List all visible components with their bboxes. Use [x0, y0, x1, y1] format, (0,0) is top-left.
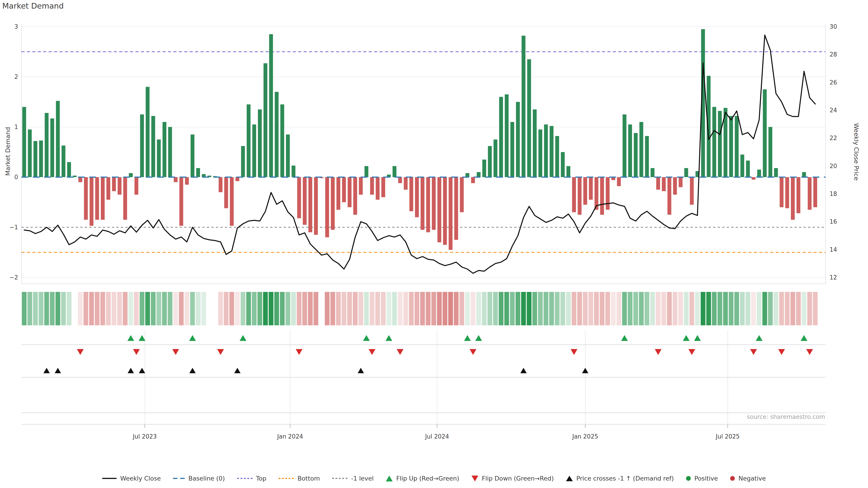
demand-bar-positive [191, 134, 194, 177]
source-caption: source: sharemaestro.com [747, 414, 825, 420]
heat-strip-cell [622, 292, 627, 325]
heat-strip-cell [521, 292, 526, 325]
heat-strip-cell [241, 292, 245, 325]
demand-bar-negative [308, 177, 312, 232]
flip-up-marker-icon [801, 335, 807, 341]
demand-bar-negative [752, 177, 755, 180]
demand-bar-positive [769, 127, 772, 177]
demand-bar-negative [791, 177, 795, 220]
heat-strip-cell [342, 292, 346, 325]
demand-bar-positive [566, 166, 570, 177]
demand-bar-negative [432, 177, 436, 230]
heat-strip-cell [785, 292, 789, 325]
heat-strip-cell [202, 292, 206, 325]
legend-swatch-icon [566, 476, 573, 481]
heat-strip-cell [482, 292, 487, 325]
legend-item-positive: Positive [686, 475, 718, 482]
legend-item-flip-down-green-red: Flip Down (Green→Red) [471, 475, 554, 482]
heat-strip-cell [807, 292, 812, 325]
flip-down-marker-icon [750, 349, 757, 355]
demand-bar-positive [561, 152, 565, 177]
demand-bar-positive [45, 113, 49, 177]
demand-bar-positive [740, 155, 744, 177]
legend-swatch-icon [730, 476, 735, 481]
demand-bar-negative [95, 177, 99, 220]
demand-bar-positive [280, 104, 284, 177]
right-y-tick-label: 26 [830, 79, 837, 86]
heat-strip-cell [588, 292, 593, 325]
heat-strip-cell [263, 292, 268, 325]
heat-strip-cell [566, 292, 571, 325]
flip-up-marker-icon [385, 335, 392, 341]
price-cross-marker-icon [358, 368, 364, 373]
heat-strip-cell [454, 292, 459, 325]
heat-strip-cell [583, 292, 588, 325]
legend-swatch-icon [332, 478, 347, 479]
demand-bar-positive [746, 161, 750, 177]
demand-bar-negative [785, 177, 789, 208]
flip-down-marker-icon [570, 349, 577, 355]
demand-bar-negative [398, 177, 402, 183]
legend-item-label: Top [256, 475, 267, 482]
heat-strip-cell [757, 292, 762, 325]
demand-bar-positive [645, 136, 649, 177]
legend-item-label: Positive [694, 475, 718, 482]
heat-strip-cell [359, 292, 363, 325]
heat-strip-cell [303, 292, 307, 325]
flip-up-marker-icon [127, 335, 134, 341]
demand-bar-positive [533, 109, 537, 177]
heat-strip-cell [112, 292, 116, 325]
heat-strip-cell [560, 292, 565, 325]
demand-bar-negative [106, 177, 110, 200]
legend-swatch-icon [686, 476, 691, 481]
price-cross-marker-icon [520, 368, 527, 373]
legend-swatch-icon [173, 478, 185, 479]
heat-strip-cell [392, 292, 397, 325]
heat-strip-cell [370, 292, 374, 325]
heat-strip-cell [465, 292, 470, 325]
demand-bar-negative [808, 177, 811, 210]
legend-item-baseline-0: Baseline (0) [173, 475, 225, 482]
heat-strip-cell [33, 292, 38, 325]
heat-strip-cell [280, 292, 285, 325]
demand-bar-negative [314, 177, 318, 235]
heat-strip-cell [50, 292, 55, 325]
heat-strip-cell [459, 292, 464, 325]
demand-bar-positive [763, 90, 767, 177]
heat-strip-cell [600, 292, 604, 325]
price-cross-marker-icon [582, 368, 588, 373]
price-cross-marker-icon [189, 368, 196, 373]
heat-strip-cell [544, 292, 548, 325]
demand-bar-negative [84, 177, 88, 220]
heat-strip-cell [790, 292, 795, 325]
right-y-tick-label: 22 [830, 135, 837, 141]
heat-strip-cell [813, 292, 817, 325]
left-y-tick-label: −2 [9, 274, 18, 281]
x-tick-label: Jul 2025 [715, 433, 740, 440]
heat-strip-cell [763, 292, 767, 325]
heat-strip-cell [39, 292, 43, 325]
heat-strip-cell [95, 292, 99, 325]
heat-strip-cell [414, 292, 419, 325]
right-y-tick-label: 20 [830, 163, 837, 169]
demand-bar-negative [185, 177, 189, 185]
demand-bar-positive [538, 129, 542, 177]
legend-item-label: Price crosses -1 ↑ (Demand ref) [577, 475, 674, 482]
heat-strip-cell [555, 292, 559, 325]
demand-bar-negative [600, 177, 604, 215]
legend-item-top: Top [237, 475, 267, 482]
demand-bar-positive [802, 172, 806, 177]
heat-strip-cell [661, 292, 666, 325]
demand-bar-negative [123, 177, 127, 220]
right-y-tick-label: 30 [830, 23, 837, 30]
flip-up-marker-icon [756, 335, 763, 341]
heat-strip-cell [78, 292, 83, 325]
heat-strip-cell [706, 292, 711, 325]
demand-bar-positive [729, 116, 733, 177]
demand-bar-positive [550, 126, 554, 177]
legend-item-label: Bottom [298, 475, 320, 482]
x-tick-label: Jan 2024 [277, 433, 303, 440]
heat-strip-cell [723, 292, 728, 325]
demand-bar-negative [578, 177, 582, 215]
demand-bar-positive [67, 162, 71, 177]
